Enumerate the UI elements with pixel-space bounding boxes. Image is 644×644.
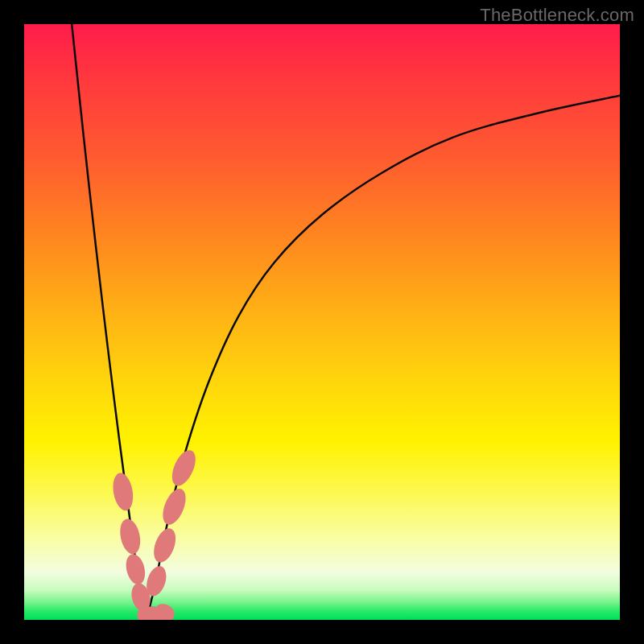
chart-frame: TheBottleneck.com <box>0 0 644 644</box>
plot-area <box>24 24 620 620</box>
bead-9 <box>159 485 191 528</box>
curve-right-branch <box>147 96 620 620</box>
bead-8 <box>150 526 180 566</box>
bead-0 <box>110 472 136 513</box>
bead-1 <box>118 517 143 555</box>
bead-10 <box>167 447 200 489</box>
bead-2 <box>123 552 148 587</box>
chart-svg <box>24 24 620 620</box>
watermark-text: TheBottleneck.com <box>480 5 634 26</box>
